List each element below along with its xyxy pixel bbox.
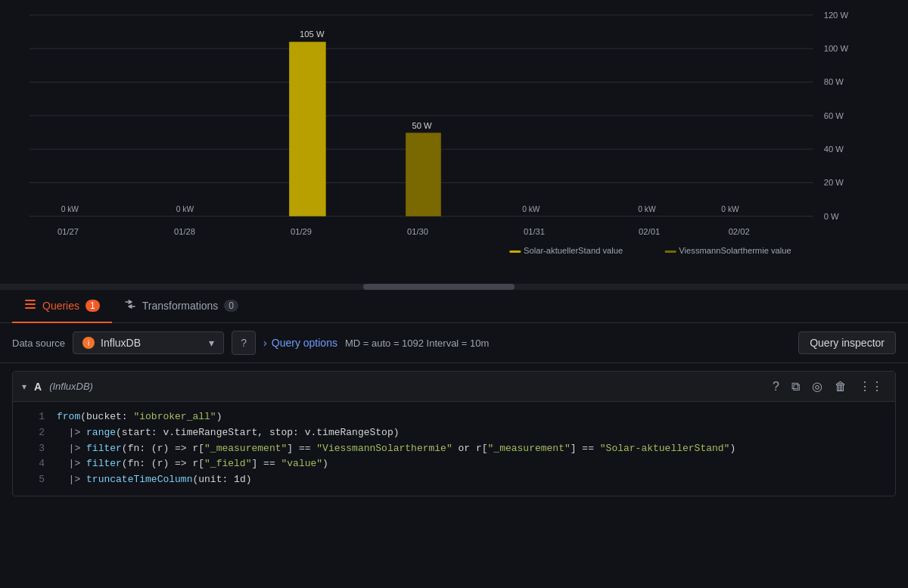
code-line-4: 4 |> filter(fn: (r) => r["_field"] == "v…	[13, 456, 895, 472]
svg-text:01/31: 01/31	[524, 227, 545, 236]
svg-rect-30	[665, 250, 676, 253]
svg-text:01/29: 01/29	[291, 227, 312, 236]
code-line-2: 2 |> range(start: v.timeRangeStart, stop…	[13, 425, 895, 441]
svg-text:02/02: 02/02	[729, 227, 750, 236]
svg-text:105 W: 105 W	[300, 30, 324, 39]
tab-transformations-label: Transformations	[142, 300, 219, 312]
query-datasource-tag: (InfluxDB)	[49, 381, 93, 392]
collapse-button[interactable]: ▾	[22, 381, 26, 392]
query-block-a: ▾ A (InfluxDB) ? ⧉ ◎ 🗑 ⋮⋮ 1 from(bucket:…	[12, 371, 896, 496]
svg-rect-33	[25, 303, 36, 305]
svg-text:20 W: 20 W	[824, 178, 844, 187]
svg-rect-32	[25, 300, 36, 301]
query-options-chevron: ›	[263, 337, 267, 349]
svg-text:120 W: 120 W	[824, 11, 848, 20]
query-help-button[interactable]: ?	[770, 378, 782, 395]
scrollbar-thumb[interactable]	[363, 284, 515, 290]
query-options-label: Query options	[272, 337, 337, 349]
chart-svg: 120 W 100 W 80 W 60 W 40 W 20 W 0 W 105 …	[15, 8, 863, 254]
query-delete-button[interactable]: 🗑	[832, 378, 850, 395]
transformations-icon	[124, 298, 136, 313]
query-drag-handle[interactable]: ⋮⋮	[856, 378, 886, 395]
influxdb-icon: i	[82, 337, 95, 349]
svg-text:50 W: 50 W	[412, 120, 432, 129]
svg-text:01/27: 01/27	[58, 227, 79, 236]
bar-01-29	[289, 42, 326, 216]
svg-text:0 kW: 0 kW	[522, 204, 540, 213]
queries-icon	[24, 298, 36, 313]
svg-text:0 kW: 0 kW	[176, 204, 194, 213]
query-block-label: A	[34, 381, 42, 393]
svg-text:60 W: 60 W	[824, 110, 844, 120]
datasource-label: Data source	[12, 338, 65, 349]
query-bar: Data source i InfluxDB ▾ ? › Query optio…	[0, 323, 908, 363]
bar-01-30	[406, 132, 441, 216]
query-block-header: ▾ A (InfluxDB) ? ⧉ ◎ 🗑 ⋮⋮	[13, 372, 895, 402]
tab-transformations[interactable]: Transformations 0	[112, 290, 250, 323]
query-inspector-button[interactable]: Query inspector	[798, 331, 896, 354]
query-options-btn[interactable]: › Query options	[263, 337, 337, 349]
svg-rect-34	[25, 307, 36, 309]
svg-text:0 kW: 0 kW	[638, 204, 655, 213]
chart-container: 120 W 100 W 80 W 60 W 40 W 20 W 0 W 105 …	[0, 0, 908, 284]
tab-queries-label: Queries	[42, 300, 79, 312]
svg-rect-28	[509, 250, 521, 253]
tabs-bar: Queries 1 Transformations 0	[0, 290, 908, 323]
svg-text:0 kW: 0 kW	[61, 204, 79, 213]
svg-text:02/01: 02/01	[639, 227, 660, 236]
svg-text:ViessmannSolarthermie value: ViessmannSolarthermie value	[679, 246, 791, 254]
svg-text:0 kW: 0 kW	[721, 204, 739, 213]
code-line-3: 3 |> filter(fn: (r) => r["_measurement"]…	[13, 441, 895, 457]
tab-transformations-badge: 0	[224, 300, 238, 312]
svg-text:01/28: 01/28	[174, 227, 195, 236]
svg-text:40 W: 40 W	[824, 145, 844, 154]
svg-text:100 W: 100 W	[824, 44, 848, 53]
svg-text:01/30: 01/30	[407, 227, 428, 236]
svg-text:Solar-aktuellerStand value: Solar-aktuellerStand value	[524, 246, 623, 254]
datasource-select[interactable]: i InfluxDB ▾	[73, 331, 224, 354]
query-options-info: MD = auto = 1092 Interval = 10m	[345, 338, 489, 349]
svg-text:80 W: 80 W	[824, 77, 844, 86]
svg-text:0 W: 0 W	[824, 211, 839, 220]
query-toggle-button[interactable]: ◎	[809, 378, 826, 395]
code-line-1: 1 from(bucket: "iobroker_all")	[13, 409, 895, 425]
help-icon: ?	[241, 337, 247, 349]
datasource-chevron: ▾	[209, 337, 214, 349]
code-line-5: 5 |> truncateTimeColumn(unit: 1d)	[13, 472, 895, 488]
query-actions: ? ⧉ ◎ 🗑 ⋮⋮	[770, 378, 886, 395]
query-editor[interactable]: 1 from(bucket: "iobroker_all") 2 |> rang…	[13, 402, 895, 496]
help-button[interactable]: ?	[232, 331, 256, 355]
tab-queries-badge: 1	[86, 300, 100, 312]
tab-queries[interactable]: Queries 1	[12, 290, 112, 323]
query-copy-button[interactable]: ⧉	[788, 378, 803, 395]
datasource-name: InfluxDB	[101, 337, 141, 349]
